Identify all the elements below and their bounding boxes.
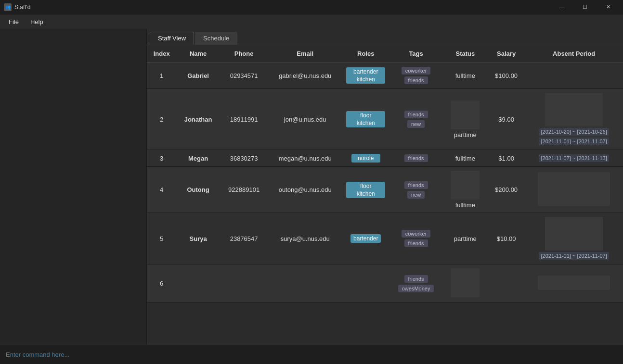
col-tags: Tags	[389, 45, 442, 63]
col-absent: Absent Period	[525, 45, 623, 63]
cell-name: Surya	[176, 213, 220, 264]
cell-name: Gabriel	[176, 63, 220, 89]
cell-absent	[525, 63, 623, 89]
cell-roles: bartender	[342, 213, 389, 264]
cell-email: jon@u.nus.edu	[268, 89, 342, 150]
table-row[interactable]: 1Gabriel02934571gabriel@u.nus.edubartend…	[147, 63, 623, 89]
col-phone: Phone	[220, 45, 268, 63]
cell-salary: $100.00	[488, 63, 525, 89]
cell-email	[268, 264, 342, 303]
col-name: Name	[176, 45, 220, 63]
cell-roles: floorkitchen	[342, 89, 389, 150]
content: Staff View Schedule Index Name Phone Ema…	[147, 29, 623, 345]
sidebar	[0, 29, 147, 345]
absent-photo	[545, 217, 603, 251]
tabs: Staff View Schedule	[147, 29, 623, 45]
cell-tags: coworkerfriends	[389, 63, 442, 89]
cell-name	[176, 264, 220, 303]
table-container[interactable]: Index Name Phone Email Roles Tags Status…	[147, 45, 623, 345]
cell-status: parttime	[443, 213, 488, 264]
cell-index: 1	[147, 63, 176, 89]
cell-phone: 36830273	[220, 150, 268, 167]
absent-photo	[545, 93, 603, 126]
col-email: Email	[268, 45, 342, 63]
cell-tags: friendsnew	[389, 167, 442, 213]
cell-index: 2	[147, 89, 176, 150]
table-row[interactable]: 3Megan36830273megan@u.nus.edunorolefrien…	[147, 150, 623, 167]
tab-staff-view[interactable]: Staff View	[150, 32, 194, 45]
app-icon: 👥	[4, 3, 12, 11]
cell-status: fulltime	[443, 63, 488, 89]
titlebar-controls: — ☐ ✕	[551, 0, 619, 14]
cell-index: 6	[147, 264, 176, 303]
cell-email: megan@u.nus.edu	[268, 150, 342, 167]
app-title: Staff'd	[14, 4, 30, 11]
cell-phone: 23876547	[220, 213, 268, 264]
main-area: Staff View Schedule Index Name Phone Ema…	[0, 29, 623, 345]
cell-email: surya@u.nus.edu	[268, 213, 342, 264]
menu-help[interactable]: Help	[26, 16, 48, 27]
cell-name: Megan	[176, 150, 220, 167]
staff-photo	[451, 268, 480, 297]
table-row[interactable]: 5Surya23876547surya@u.nus.edubartenderco…	[147, 213, 623, 264]
cell-tags: friends	[389, 150, 442, 167]
table-row[interactable]: 2Jonathan18911991jon@u.nus.edufloorkitch…	[147, 89, 623, 150]
cell-roles: floorkitchen	[342, 167, 389, 213]
cell-email: gabriel@u.nus.edu	[268, 63, 342, 89]
absent-photo	[538, 172, 610, 206]
titlebar-left: 👥 Staff'd	[4, 3, 30, 11]
cell-roles	[342, 264, 389, 303]
maximize-button[interactable]: ☐	[574, 0, 596, 14]
cell-name: Outong	[176, 167, 220, 213]
cell-salary: $9.00	[488, 89, 525, 150]
menu-file[interactable]: File	[4, 16, 24, 27]
cell-absent: [2021-10-20] ~ [2021-10-26][2021-11-01] …	[525, 89, 623, 150]
cell-phone: 922889101	[220, 167, 268, 213]
cell-roles: bartenderkitchen	[342, 63, 389, 89]
cell-index: 3	[147, 150, 176, 167]
cell-status: fulltime	[443, 167, 488, 213]
cell-phone: 02934571	[220, 63, 268, 89]
table-row[interactable]: 6friendsowesMoney	[147, 264, 623, 303]
cell-index: 4	[147, 167, 176, 213]
cell-index: 5	[147, 213, 176, 264]
cell-status: parttime	[443, 89, 488, 150]
minimize-button[interactable]: —	[551, 0, 573, 14]
cell-phone	[220, 264, 268, 303]
command-bar	[0, 345, 623, 364]
cell-name: Jonathan	[176, 89, 220, 150]
cell-salary: $10.00	[488, 213, 525, 264]
titlebar: 👥 Staff'd — ☐ ✕	[0, 0, 623, 14]
cell-absent: [2021-11-01] ~ [2021-11-07]	[525, 213, 623, 264]
tab-schedule[interactable]: Schedule	[195, 32, 237, 45]
cell-salary: $200.00	[488, 167, 525, 213]
cell-absent	[525, 167, 623, 213]
staff-table: Index Name Phone Email Roles Tags Status…	[147, 45, 623, 303]
col-roles: Roles	[342, 45, 389, 63]
absent-photo	[538, 276, 610, 290]
staff-photo	[451, 100, 480, 129]
cell-absent: [2021-11-07] ~ [2021-11-13]	[525, 150, 623, 167]
staff-photo	[451, 171, 480, 200]
cell-email: outong@u.nus.edu	[268, 167, 342, 213]
cell-status: fulltime	[443, 150, 488, 167]
command-input[interactable]	[6, 351, 617, 358]
cell-salary: $1.00	[488, 150, 525, 167]
cell-status	[443, 264, 488, 303]
cell-salary	[488, 264, 525, 303]
cell-roles: norole	[342, 150, 389, 167]
menubar: File Help	[0, 14, 623, 29]
cell-phone: 18911991	[220, 89, 268, 150]
cell-tags: friendsowesMoney	[389, 264, 442, 303]
cell-absent	[525, 264, 623, 303]
col-index: Index	[147, 45, 176, 63]
col-status: Status	[443, 45, 488, 63]
cell-tags: coworkerfriends	[389, 213, 442, 264]
close-button[interactable]: ✕	[597, 0, 619, 14]
table-header-row: Index Name Phone Email Roles Tags Status…	[147, 45, 623, 63]
cell-tags: friendsnew	[389, 89, 442, 150]
table-row[interactable]: 4Outong922889101outong@u.nus.edufloorkit…	[147, 167, 623, 213]
col-salary: Salary	[488, 45, 525, 63]
